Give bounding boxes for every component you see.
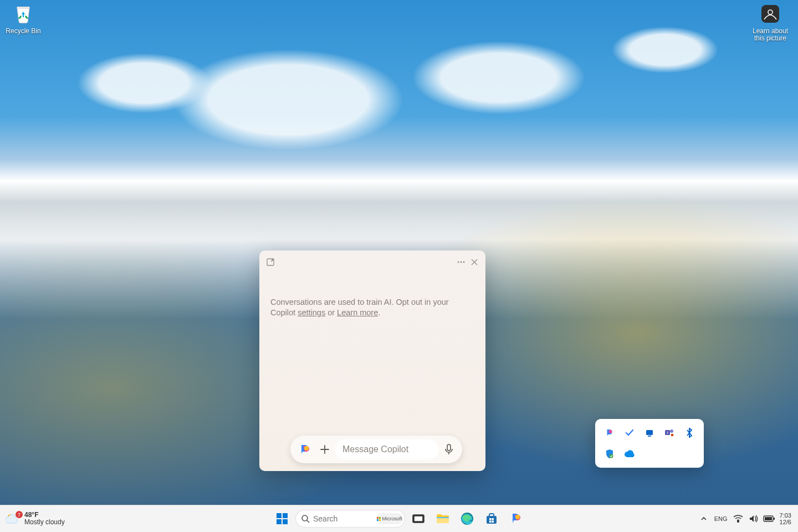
svg-rect-18: [283, 513, 288, 518]
clock-time: 7:03: [780, 512, 791, 519]
svg-rect-7: [447, 444, 451, 451]
svg-point-13: [670, 429, 673, 433]
desktop-icon-label: Learn about this picture: [748, 28, 792, 42]
search-placeholder: Search: [313, 514, 337, 523]
copilot-taskbar-button[interactable]: [505, 508, 527, 530]
svg-rect-25: [379, 519, 381, 520]
copilot-input-bar: Message Copilot: [290, 436, 462, 463]
taskbar-clock[interactable]: 7:03 12/6: [777, 512, 794, 525]
taskbar-right: ENG 7:03 12/6: [697, 510, 798, 528]
svg-point-3: [458, 262, 459, 263]
copilot-titlebar: [259, 250, 485, 270]
desktop-icon-spotlight[interactable]: Learn about this picture: [748, 2, 792, 42]
copilot-logo-icon[interactable]: [295, 439, 315, 459]
svg-point-37: [737, 521, 739, 523]
microphone-icon[interactable]: [439, 439, 459, 459]
copilot-message-input[interactable]: Message Copilot: [335, 439, 439, 459]
svg-point-6: [304, 446, 309, 451]
file-explorer-button[interactable]: [432, 508, 454, 530]
copilot-notice: Conversations are used to train AI. Opt …: [259, 270, 485, 318]
svg-rect-9: [646, 430, 653, 435]
svg-rect-27: [414, 516, 423, 521]
svg-rect-34: [489, 521, 492, 523]
learn-more-link[interactable]: Learn more: [337, 308, 378, 317]
weather-icon: 7: [6, 512, 21, 525]
weather-condition: Mostly cloudy: [24, 519, 65, 526]
input-placeholder: Message Copilot: [342, 444, 408, 454]
settings-link[interactable]: settings: [298, 308, 325, 317]
search-chip[interactable]: Microsoft: [376, 513, 403, 524]
tray-overflow-toggle[interactable]: [697, 510, 711, 528]
svg-point-14: [671, 434, 674, 437]
recycle-bin-icon: [12, 2, 35, 25]
task-view-button[interactable]: [407, 508, 429, 530]
picture-info-icon: [759, 2, 782, 25]
svg-point-4: [461, 262, 462, 263]
tray-item-security[interactable]: [601, 444, 618, 463]
svg-rect-17: [277, 513, 282, 518]
expand-icon[interactable]: [264, 255, 277, 269]
tray-item-onedrive[interactable]: [621, 444, 638, 463]
tray-item-bluetooth[interactable]: [681, 423, 698, 442]
svg-point-21: [302, 515, 308, 521]
svg-rect-35: [492, 521, 494, 523]
taskbar-search[interactable]: Search Microsoft: [295, 510, 405, 528]
taskbar: 7 48°F Mostly cloudy Search Microsoft: [0, 505, 798, 532]
weather-badge: 7: [16, 511, 23, 518]
tray-item-copilot[interactable]: [601, 423, 618, 442]
notice-text: .: [378, 308, 380, 317]
svg-rect-32: [489, 518, 492, 520]
svg-point-8: [609, 430, 612, 433]
svg-rect-29: [437, 517, 449, 518]
search-chip-label: Microsoft: [382, 516, 402, 521]
svg-rect-31: [487, 516, 497, 524]
tray-item-teams[interactable]: T: [661, 423, 678, 442]
tray-item-todo[interactable]: [621, 423, 638, 442]
taskbar-center: Search Microsoft: [271, 508, 527, 530]
svg-rect-39: [765, 517, 772, 520]
notice-text: or: [325, 308, 337, 317]
tray-item-your-phone[interactable]: [641, 423, 658, 442]
svg-rect-23: [379, 517, 381, 519]
taskbar-weather[interactable]: 7 48°F Mostly cloudy: [0, 511, 65, 526]
search-icon: [301, 514, 310, 523]
desktop-icon-label: Recycle Bin: [6, 28, 40, 35]
add-icon[interactable]: [315, 439, 335, 459]
tray-overflow-panel: T: [595, 419, 704, 468]
svg-rect-19: [277, 519, 282, 524]
svg-point-5: [463, 262, 465, 263]
svg-rect-33: [492, 518, 494, 520]
desktop: Recycle Bin Learn about this picture Con…: [0, 0, 798, 532]
svg-rect-0: [761, 5, 779, 23]
svg-rect-40: [774, 518, 775, 520]
wallpaper-clouds: [0, 0, 798, 233]
svg-rect-22: [377, 517, 378, 519]
start-button[interactable]: [271, 508, 293, 530]
more-icon[interactable]: [454, 255, 468, 269]
wifi-icon[interactable]: [731, 510, 745, 528]
desktop-icon-recycle-bin[interactable]: Recycle Bin: [2, 2, 44, 35]
svg-text:T: T: [666, 431, 669, 435]
clock-date: 12/6: [780, 519, 791, 525]
volume-icon[interactable]: [746, 510, 761, 528]
language-indicator[interactable]: ENG: [712, 515, 730, 522]
copilot-quick-window: Conversations are used to train AI. Opt …: [259, 250, 485, 471]
microsoft-store-button[interactable]: [480, 508, 503, 530]
svg-rect-20: [283, 519, 288, 524]
svg-rect-10: [648, 436, 651, 437]
close-icon[interactable]: [468, 255, 481, 269]
svg-point-36: [515, 515, 520, 519]
edge-button[interactable]: [456, 508, 478, 530]
svg-rect-24: [377, 519, 378, 520]
battery-icon[interactable]: [762, 510, 776, 528]
